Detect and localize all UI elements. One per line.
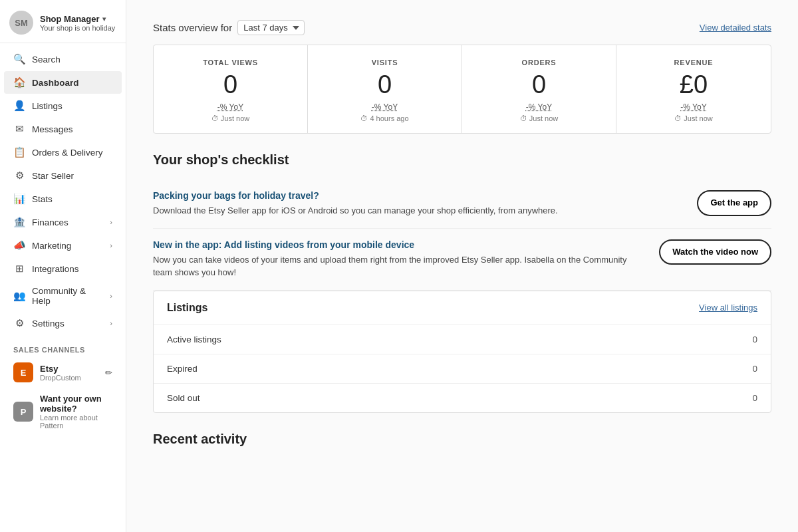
view-detailed-stats-link[interactable]: View detailed stats [700,23,771,33]
stat-value-orders: 0 [475,72,602,97]
listing-label-expired: Expired [167,364,198,374]
checklist-desc-watch-video: Now you can take videos of your items an… [153,253,646,279]
channel-item-etsy[interactable]: E Etsy DropCustom ✏ [4,357,122,388]
sidebar-item-label-integrations: Integrations [32,264,79,274]
stat-card-visits: VISITS 0 -% YoY ⏱ 4 hours ago [308,45,462,133]
stat-label-visits: VISITS [321,59,448,66]
channels-container: E Etsy DropCustom ✏ P Want your own webs… [0,356,126,436]
orders-icon: 📋 [13,146,25,158]
sidebar-item-label-orders: Orders & Delivery [32,148,103,158]
star-seller-icon: ⚙ [13,170,25,182]
sidebar-item-finances[interactable]: 🏦 Finances › [4,211,122,233]
sales-channels-label: SALES CHANNELS [0,339,126,356]
stat-value-visits: 0 [321,72,448,97]
sidebar-item-listings[interactable]: 👤 Listings [4,94,122,117]
sidebar-item-label-stats: Stats [32,194,53,204]
sidebar-item-community[interactable]: 👥 Community & Help › [4,281,122,311]
channel-sub-pattern: Learn more about Pattern [40,414,112,430]
search-icon: 🔍 [13,53,25,65]
sidebar-item-integrations[interactable]: ⊞ Integrations [4,257,122,280]
stat-time-total-views: ⏱ Just now [167,114,294,122]
stat-yoy-orders: -% YoY [475,102,602,112]
stat-label-orders: ORDERS [475,59,602,66]
stats-grid: TOTAL VIEWS 0 -% YoY ⏱ Just now VISITS 0… [153,45,771,134]
checklist-desc-get-app: Download the Etsy Seller app for iOS or … [153,204,684,217]
sidebar-item-stats[interactable]: 📊 Stats [4,188,122,210]
listings-rows: Active listings 0 Expired 0 Sold out 0 [154,325,771,412]
shop-avatar: SM [9,11,33,35]
channel-name-etsy: Etsy [40,364,98,374]
listing-count-active: 0 [752,334,757,344]
channel-sub-etsy: DropCustom [40,374,98,382]
dashboard-icon: 🏠 [13,76,25,88]
sidebar-item-orders[interactable]: 📋 Orders & Delivery [4,141,122,164]
sidebar-item-label-finances: Finances [32,217,68,227]
channel-edit-etsy[interactable]: ✏ [105,368,112,378]
period-select[interactable]: Last 7 days [237,20,305,35]
nav-arrow-finances: › [110,218,112,226]
clock-icon-visits: ⏱ [360,114,368,122]
listings-section: Listings View all listings Active listin… [153,291,771,413]
stat-card-total-views: TOTAL VIEWS 0 -% YoY ⏱ Just now [154,45,308,133]
listing-count-expired: 0 [752,364,757,374]
community-icon: 👥 [13,290,25,302]
channel-badge-etsy: E [13,362,33,382]
sidebar-item-label-community: Community & Help [32,286,103,306]
checklist-btn-get-app[interactable]: Get the app [697,190,771,216]
listing-row-expired: Expired 0 [154,354,771,384]
checklist-item-watch-video: New in the app: Add listing videos from … [153,229,771,291]
main-content: Stats overview for Last 7 days View deta… [126,0,798,532]
shop-name: Shop Manager ▾ [40,14,116,24]
stat-time-orders: ⏱ Just now [475,114,602,122]
shop-status: Your shop is on holiday [40,24,116,32]
settings-icon: ⚙ [13,317,25,329]
sidebar-item-label-messages: Messages [32,124,73,134]
clock-icon-total-views: ⏱ [211,114,219,122]
sidebar-item-marketing[interactable]: 📣 Marketing › [4,234,122,257]
stat-time-visits: ⏱ 4 hours ago [321,114,448,122]
sidebar-item-star-seller[interactable]: ⚙ Star Seller [4,164,122,187]
listing-row-active: Active listings 0 [154,325,771,354]
marketing-icon: 📣 [13,239,25,251]
channel-info-etsy: Etsy DropCustom [40,364,98,382]
stat-time-revenue: ⏱ Just now [630,114,757,122]
checklist-btn-watch-video[interactable]: Watch the video now [659,239,771,265]
sidebar-item-label-dashboard: Dashboard [32,78,79,88]
stat-card-revenue: REVENUE £0 -% YoY ⏱ Just now [616,45,771,133]
sidebar-item-search[interactable]: 🔍 Search [4,48,122,70]
listing-row-sold-out: Sold out 0 [154,384,771,412]
sidebar-item-dashboard[interactable]: 🏠 Dashboard [4,71,122,94]
shop-name-arrow: ▾ [102,15,106,23]
channel-badge-pattern: P [13,402,33,422]
stats-title: Stats overview for Last 7 days [153,20,305,35]
stat-label-total-views: TOTAL VIEWS [167,59,294,66]
checklist-heading-get-app[interactable]: Packing your bags for holiday travel? [153,190,684,201]
view-all-listings-link[interactable]: View all listings [699,303,757,313]
channel-name-pattern: Want your own website? [40,394,112,414]
listings-header: Listings View all listings [154,291,771,325]
channel-info-pattern: Want your own website? Learn more about … [40,394,112,430]
nav-arrow-marketing: › [110,241,112,249]
main-nav: 🔍 Search 🏠 Dashboard 👤 Listings ✉ Messag… [0,43,126,339]
listing-count-sold-out: 0 [752,393,757,403]
sidebar-item-label-star-seller: Star Seller [32,171,74,181]
finances-icon: 🏦 [13,216,25,228]
sidebar-item-settings[interactable]: ⚙ Settings › [4,312,122,334]
clock-icon-orders: ⏱ [520,114,527,122]
messages-icon: ✉ [13,123,25,135]
stat-yoy-total-views: -% YoY [167,102,294,112]
listing-label-active: Active listings [167,334,221,344]
checklist-title: Your shop's checklist [153,152,771,168]
sidebar-item-messages[interactable]: ✉ Messages [4,118,122,140]
sidebar-item-label-search: Search [32,55,61,65]
clock-icon-revenue: ⏱ [674,114,682,122]
nav-arrow-community: › [110,292,112,300]
checklist-item-get-app: Packing your bags for holiday travel? Do… [153,180,771,229]
checklist-heading-watch-video[interactable]: New in the app: Add listing videos from … [153,239,646,250]
stat-value-revenue: £0 [630,72,757,97]
stat-value-total-views: 0 [167,72,294,97]
sidebar-item-label-settings: Settings [32,319,65,329]
channel-item-pattern[interactable]: P Want your own website? Learn more abou… [4,388,122,435]
shop-header[interactable]: SM Shop Manager ▾ Your shop is on holida… [0,0,126,43]
recent-activity-title: Recent activity [153,432,771,447]
